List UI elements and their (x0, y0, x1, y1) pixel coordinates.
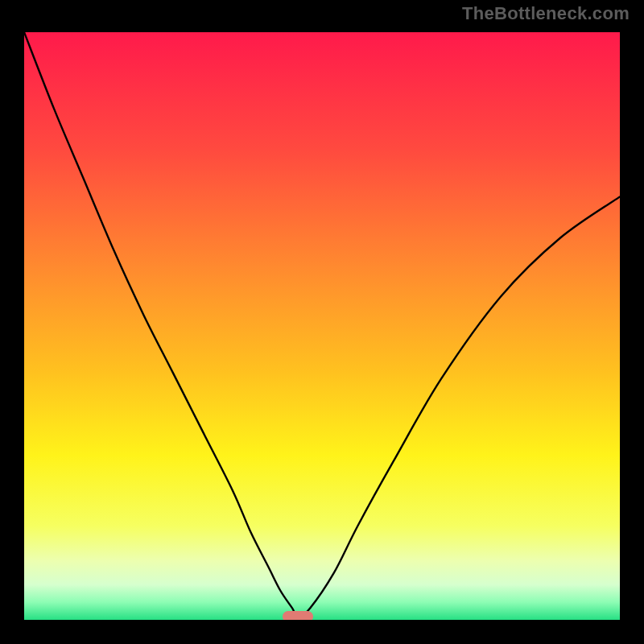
chart-frame (12, 20, 632, 632)
chart-plot-area (24, 32, 620, 620)
bottleneck-curve (24, 32, 620, 620)
optimal-point-marker (283, 611, 313, 620)
